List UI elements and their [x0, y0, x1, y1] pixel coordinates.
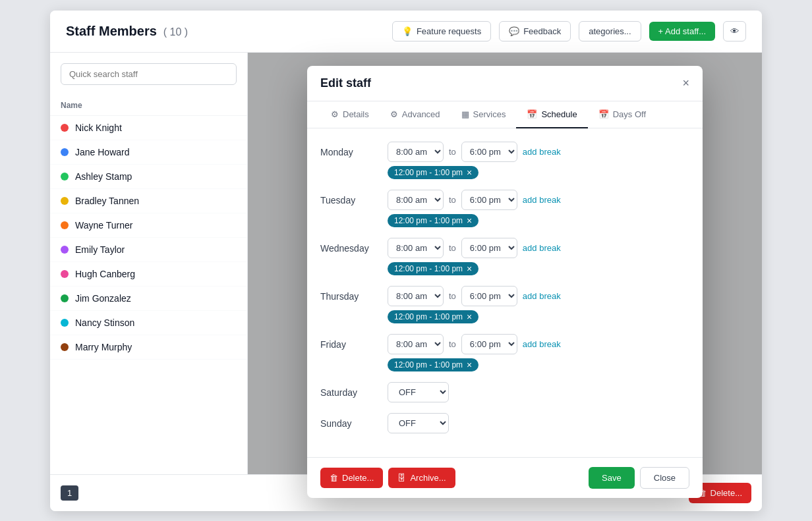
to-label: to	[449, 291, 456, 301]
categories-button[interactable]: ategories...	[579, 21, 641, 41]
staff-name: Ashley Stamp	[75, 171, 237, 182]
tab-days-off[interactable]: 📅 Days Off	[588, 101, 656, 128]
footer-right: Save Close	[589, 467, 689, 489]
list-item[interactable]: Jane Howard	[50, 140, 247, 165]
list-item[interactable]: Ashley Stamp	[50, 165, 247, 189]
remove-break-button[interactable]: ×	[467, 216, 472, 225]
modal-close-button[interactable]: ×	[682, 77, 689, 89]
break-badge: 12:00 pm - 1:00 pm ×	[388, 358, 478, 371]
schedule-controls: OFF 8:00 am	[388, 382, 689, 402]
staff-color-dot	[61, 124, 69, 132]
day-label: Sunday	[320, 413, 380, 429]
staff-list: Nick Knight Jane Howard Ashley Stamp Bra…	[50, 116, 247, 360]
off-select[interactable]: OFF 8:00 am	[388, 413, 449, 433]
list-item[interactable]: Jim Gonzalez	[50, 287, 247, 311]
remove-break-button[interactable]: ×	[467, 360, 472, 370]
add-break-button[interactable]: add break	[523, 243, 561, 253]
to-label: to	[449, 339, 456, 349]
feature-requests-button[interactable]: 💡 Feature requests	[392, 21, 491, 41]
list-item[interactable]: Hugh Canberg	[50, 262, 247, 287]
archive-icon: 🗄	[397, 473, 406, 483]
calendar-icon-2: 📅	[598, 109, 609, 119]
schedule-day-row: Wednesday 8:00 am8:30 am9:00 am6:00 pm6:…	[320, 238, 689, 275]
staff-color-dot	[61, 270, 69, 278]
staff-name: Jane Howard	[75, 147, 237, 157]
calendar-icon: 📅	[527, 109, 537, 119]
day-label: Tuesday	[320, 190, 380, 206]
modal-footer: 🗑 Delete... 🗄 Archive... Save Close	[307, 457, 703, 498]
end-time-select[interactable]: 8:00 am8:30 am9:00 am6:00 pm6:30 pm7:00 …	[461, 238, 517, 258]
schedule-controls: 8:00 am8:30 am9:00 am6:00 pm6:30 pm7:00 …	[388, 190, 689, 227]
close-button[interactable]: Close	[640, 467, 689, 489]
schedule-day-row: Thursday 8:00 am8:30 am9:00 am6:00 pm6:3…	[320, 286, 689, 323]
eye-icon-button[interactable]: 👁	[723, 21, 746, 41]
tab-services[interactable]: ▦ Services	[451, 101, 517, 128]
schedule-controls: 8:00 am8:30 am9:00 am6:00 pm6:30 pm7:00 …	[388, 238, 689, 275]
start-time-select[interactable]: 8:00 am8:30 am9:00 am6:00 pm6:30 pm7:00 …	[388, 334, 444, 354]
tab-schedule[interactable]: 📅 Schedule	[516, 101, 587, 128]
gear-icon-2: ⚙	[390, 109, 398, 119]
schedule-controls: 8:00 am8:30 am9:00 am6:00 pm6:30 pm7:00 …	[388, 286, 689, 323]
page-1-button[interactable]: 1	[61, 485, 78, 501]
remove-break-button[interactable]: ×	[467, 312, 472, 321]
start-time-select[interactable]: 8:00 am8:30 am9:00 am6:00 pm6:30 pm7:00 …	[388, 286, 444, 306]
break-badge: 12:00 pm - 1:00 pm ×	[388, 214, 478, 227]
start-time-select[interactable]: 8:00 am8:30 am9:00 am6:00 pm6:30 pm7:00 …	[388, 142, 444, 162]
add-break-button[interactable]: add break	[523, 339, 561, 349]
list-item[interactable]: Nancy Stinson	[50, 311, 247, 335]
add-break-button[interactable]: add break	[523, 195, 561, 205]
trash-icon: 🗑	[330, 473, 338, 483]
end-time-select[interactable]: 8:00 am8:30 am9:00 am6:00 pm6:30 pm7:00 …	[461, 142, 517, 162]
staff-name: Wayne Turner	[75, 220, 237, 231]
staff-name: Jim Gonzalez	[75, 293, 237, 304]
save-button[interactable]: Save	[589, 467, 635, 489]
modal-body: Monday 8:00 am8:30 am9:00 am6:00 pm6:30 …	[307, 128, 703, 457]
break-badge: 12:00 pm - 1:00 pm ×	[388, 166, 478, 179]
top-bar: Staff Members ( 10 ) 💡 Feature requests …	[50, 11, 762, 53]
list-item[interactable]: Emily Taylor	[50, 238, 247, 262]
archive-button[interactable]: 🗄 Archive...	[388, 468, 455, 488]
modal-tabs: ⚙ Details ⚙ Advanced ▦ Services 📅	[307, 101, 703, 128]
to-label: to	[449, 147, 456, 157]
schedule-controls: OFF 8:00 am	[388, 413, 689, 433]
modal-title: Edit staff	[320, 76, 371, 90]
end-time-select[interactable]: 8:00 am8:30 am9:00 am6:00 pm6:30 pm7:00 …	[461, 286, 517, 306]
staff-name: Marry Murphy	[75, 342, 237, 352]
to-label: to	[449, 243, 456, 253]
add-break-button[interactable]: add break	[523, 147, 561, 157]
to-label: to	[449, 195, 456, 205]
staff-color-dot	[61, 173, 69, 180]
remove-break-button[interactable]: ×	[467, 264, 472, 273]
end-time-select[interactable]: 8:00 am8:30 am9:00 am6:00 pm6:30 pm7:00 …	[461, 190, 517, 210]
lightbulb-icon: 💡	[402, 26, 413, 36]
time-row: 8:00 am8:30 am9:00 am6:00 pm6:30 pm7:00 …	[388, 334, 689, 354]
schedule-rows: Monday 8:00 am8:30 am9:00 am6:00 pm6:30 …	[320, 142, 689, 433]
list-item[interactable]: Wayne Turner	[50, 213, 247, 238]
grid-icon: ▦	[461, 109, 469, 119]
add-break-button[interactable]: add break	[523, 291, 561, 301]
tab-advanced[interactable]: ⚙ Advanced	[380, 101, 451, 128]
schedule-day-row: Friday 8:00 am8:30 am9:00 am6:00 pm6:30 …	[320, 334, 689, 371]
break-time: 12:00 pm - 1:00 pm	[394, 264, 463, 273]
staff-color-dot	[61, 246, 69, 254]
time-row: 8:00 am8:30 am9:00 am6:00 pm6:30 pm7:00 …	[388, 238, 689, 258]
list-item[interactable]: Nick Knight	[50, 116, 247, 140]
staff-color-dot	[61, 343, 69, 351]
list-item[interactable]: Marry Murphy	[50, 335, 247, 360]
list-item[interactable]: Bradley Tannen	[50, 189, 247, 213]
search-input[interactable]	[61, 63, 237, 85]
tab-details[interactable]: ⚙ Details	[320, 101, 380, 128]
start-time-select[interactable]: 8:00 am8:30 am9:00 am6:00 pm6:30 pm7:00 …	[388, 238, 444, 258]
end-time-select[interactable]: 8:00 am8:30 am9:00 am6:00 pm6:30 pm7:00 …	[461, 334, 517, 354]
delete-button[interactable]: 🗑 Delete...	[320, 468, 383, 488]
add-staff-button[interactable]: + Add staff...	[649, 22, 715, 41]
remove-break-button[interactable]: ×	[467, 168, 472, 177]
start-time-select[interactable]: 8:00 am8:30 am9:00 am6:00 pm6:30 pm7:00 …	[388, 190, 444, 210]
sidebar: Name Nick Knight Jane Howard Ashley Stam…	[50, 53, 248, 474]
feedback-button[interactable]: 💬 Feedback	[499, 21, 571, 41]
break-time: 12:00 pm - 1:00 pm	[394, 216, 463, 225]
top-bar-actions: 💡 Feature requests 💬 Feedback ategories.…	[392, 21, 746, 41]
day-label: Friday	[320, 334, 380, 350]
schedule-day-row: Sunday OFF 8:00 am	[320, 413, 689, 433]
off-select[interactable]: OFF 8:00 am	[388, 382, 449, 402]
